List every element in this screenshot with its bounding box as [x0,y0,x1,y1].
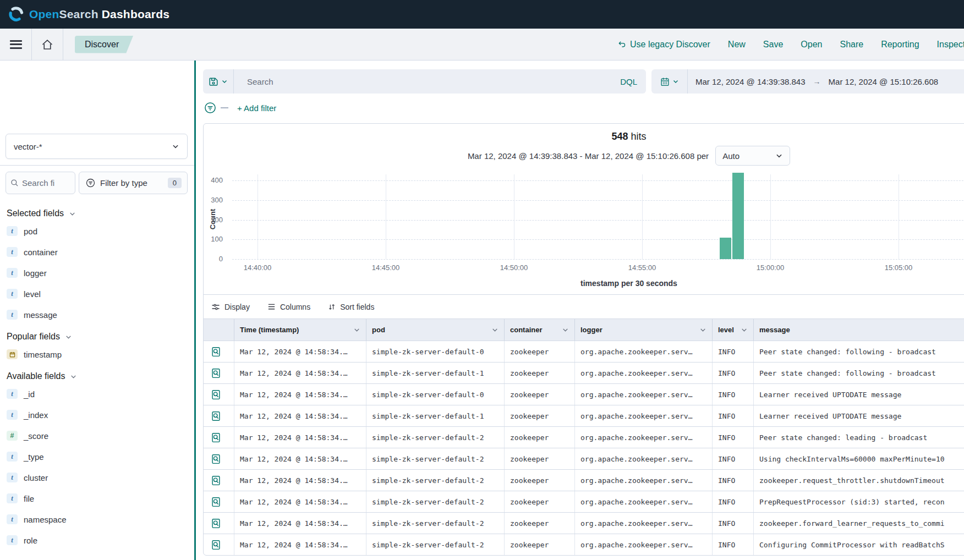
expand-document-button[interactable] [204,470,234,491]
display-button[interactable]: Display [211,303,250,311]
interval-select[interactable]: Auto [715,146,790,166]
field-item-level[interactable]: tlevel [7,283,189,304]
saved-queries-button[interactable] [203,69,234,94]
nav-action-new[interactable]: New [728,40,746,50]
gridline [642,174,643,259]
histogram-bar-14:58:30[interactable] [732,173,744,259]
gridline [770,174,771,259]
field-name: timestamp [24,350,62,359]
filter-circle-icon[interactable] [204,102,216,114]
cell-container: zookeeper [505,363,575,383]
field-item-namespace[interactable]: tnamespace [7,509,189,530]
inspect-document-icon [211,411,221,421]
table-header-time-timestamp-[interactable]: Time (timestamp) [234,319,366,341]
field-search-input[interactable] [22,178,70,188]
table-header-pod[interactable]: pod [366,319,505,341]
add-filter-button[interactable]: + Add filter [237,103,276,113]
date-range-start[interactable]: Mar 12, 2024 @ 14:39:38.843 [695,77,806,86]
cell-time: Mar 12, 2024 @ 14:58:34.… [234,363,366,383]
section-heading-available-fields[interactable]: Available fields [7,369,189,383]
nav-action-save[interactable]: Save [763,40,783,50]
gridline [386,174,386,259]
expand-document-button[interactable] [204,363,234,383]
field-item-cluster[interactable]: tcluster [7,467,189,488]
nav-action-inspect[interactable]: Inspect [937,40,964,50]
field-item-_score[interactable]: #_score [7,425,189,446]
table-row: Mar 12, 2024 @ 14:58:34.…simple-zk-serve… [204,512,964,534]
field-item-role[interactable]: trole [7,530,189,551]
field-type-string-icon: t [7,310,18,320]
search-icon [10,179,19,187]
field-item-logger[interactable]: tlogger [7,262,189,283]
search-input[interactable] [234,77,611,86]
columns-label: Columns [280,303,310,311]
menu-hamburger-button[interactable] [0,29,31,60]
opensearch-logo-icon[interactable] [8,6,24,23]
chevron-down-icon [172,142,179,150]
chevron-down-icon [741,326,748,333]
y-tick-label: 300 [204,196,228,204]
cell-logger: org.apache.zookeeper.serv… [575,341,713,362]
cell-time: Mar 12, 2024 @ 14:58:34.… [234,384,366,405]
home-button[interactable] [32,29,63,60]
field-item-_index[interactable]: t_index [7,404,189,425]
date-range-end[interactable]: Mar 12, 2024 @ 15:10:26.608 [829,77,939,86]
filter-by-type-button[interactable]: Filter by type 0 [79,172,188,194]
nav-action-use-legacy-discover[interactable]: Use legacy Discover [618,40,710,50]
table-header-logger[interactable]: logger [575,319,713,341]
field-item-container[interactable]: tcontainer [7,241,189,262]
chevron-down-icon [65,333,72,341]
field-name: _index [24,410,48,420]
expand-document-button[interactable] [204,427,234,448]
nav-action-open[interactable]: Open [801,40,822,50]
cell-level: INFO [713,427,754,448]
expand-document-button[interactable] [204,384,234,405]
query-language-button[interactable]: DQL [611,77,646,86]
sort-fields-button[interactable]: Sort fields [328,303,374,311]
hits-summary: 548 hits [204,124,964,142]
display-settings-icon [211,303,220,311]
table-header-level[interactable]: level [713,319,754,341]
cell-container: zookeeper [505,427,575,448]
expand-document-button[interactable] [204,341,234,362]
breadcrumb-discover[interactable]: Discover [75,36,133,53]
date-quick-select-button[interactable] [651,69,688,94]
cell-level: INFO [713,384,754,405]
histogram-bar-14:58:00[interactable] [720,238,731,259]
field-item-file[interactable]: tfile [7,488,189,509]
field-item-message[interactable]: tmessage [7,304,189,325]
nav-action-reporting[interactable]: Reporting [881,40,919,50]
index-pattern-select[interactable]: vector-* [6,134,188,159]
field-item-_type[interactable]: t_type [7,446,189,467]
app-title: OpenSearchDashboards [29,8,169,21]
fields-sidebar: vector-* Filter by [0,61,194,560]
cell-level: INFO [713,470,754,491]
section-heading-popular-fields[interactable]: Popular fields [7,330,189,344]
table-toolbar: Display Columns So [204,294,964,319]
top-menu-actions: Use legacy DiscoverNewSaveOpenShareRepor… [618,29,964,60]
expand-document-button[interactable] [204,405,234,426]
cell-logger: org.apache.zookeeper.serv… [575,470,713,491]
chevron-down-icon [69,210,76,217]
filter-count-badge: 0 [168,178,182,188]
cell-container: zookeeper [505,534,575,555]
cell-message: zookeeper.forward_learner_requests_to_co… [754,513,964,534]
cell-level: INFO [713,363,754,383]
field-item-timestamp[interactable]: timestamp [7,344,189,365]
field-item-_id[interactable]: t_id [7,383,189,404]
field-item-pod[interactable]: tpod [7,221,189,241]
expand-document-button[interactable] [204,448,234,469]
columns-button[interactable]: Columns [267,303,310,311]
gridline [258,174,258,259]
sort-arrows-icon [328,303,336,311]
inspect-document-icon [211,475,221,486]
expand-document-button[interactable] [204,491,234,512]
y-tick-label: 100 [204,235,228,243]
expand-document-button[interactable] [204,534,234,555]
section-heading-selected-fields[interactable]: Selected fields [7,206,189,221]
expand-document-button[interactable] [204,513,234,534]
table-header-message[interactable]: message [754,319,964,341]
table-header-container[interactable]: container [505,319,575,341]
cell-container: zookeeper [505,513,575,534]
nav-action-share[interactable]: Share [840,40,863,50]
